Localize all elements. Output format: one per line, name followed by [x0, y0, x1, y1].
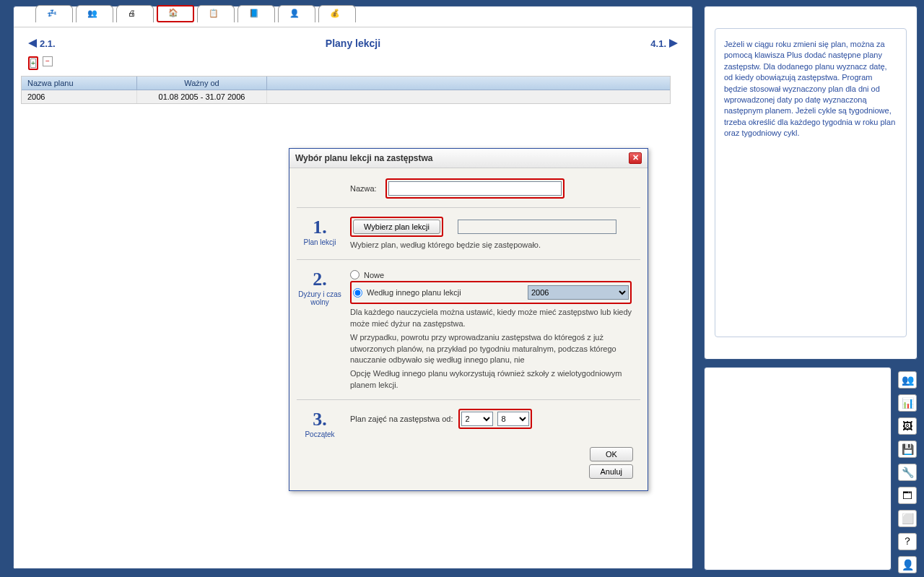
- step1-label: Plan lekcji: [297, 238, 343, 246]
- side-chart-icon[interactable]: 📊: [898, 394, 917, 412]
- name-input[interactable]: [388, 181, 562, 196]
- choose-plan-button[interactable]: Wybierz plan lekcji: [353, 220, 440, 234]
- th-valid: Ważny od: [137, 77, 267, 90]
- nav-next[interactable]: 4.1.: [650, 38, 678, 49]
- arrow-left-icon: [28, 39, 37, 48]
- td-valid: 01.08 2005 - 31.07 2006: [137, 90, 267, 103]
- remove-button[interactable]: −: [43, 56, 53, 66]
- desk-icon: 📋: [209, 9, 223, 20]
- nav-row: 2.1. Plany lekcji 4.1.: [21, 35, 685, 52]
- tab-3[interactable]: 🖨: [116, 5, 154, 22]
- dialog-footer2: Anuluj: [297, 464, 640, 482]
- page-title: Plany lekcji: [326, 38, 380, 49]
- tab-7[interactable]: 👤: [278, 5, 315, 22]
- radio-other-plan[interactable]: [353, 288, 362, 298]
- step2-num: 2.: [297, 269, 343, 290]
- step2-label: Dyżury i czas wolny: [297, 290, 343, 306]
- table-header: Nazwa planu Ważny od: [22, 77, 670, 90]
- side-tools-icon[interactable]: 🔧: [898, 464, 917, 481]
- side-image-icon[interactable]: 🖼: [898, 417, 917, 435]
- radio-new-row[interactable]: Nowe: [350, 269, 640, 281]
- person-icon: 👤: [289, 9, 304, 20]
- table-row[interactable]: 2006 01.08 2005 - 31.07 2006: [22, 90, 670, 103]
- side-help-icon[interactable]: ？: [898, 533, 917, 550]
- coins-icon: 💰: [330, 9, 344, 20]
- name-label: Nazwa:: [350, 184, 377, 193]
- plan-select[interactable]: 2006: [528, 285, 629, 300]
- date-highlight: 2 8: [458, 409, 532, 429]
- dialog-title-text: Wybór planu lekcji na zastępstwa: [295, 153, 433, 163]
- preview-panel: [704, 367, 892, 571]
- step3-row: 3. Początek Plan zajęć na zastępstwa od:…: [297, 404, 640, 443]
- name-row: Nazwa:: [297, 174, 640, 203]
- tab-5[interactable]: 📋: [197, 5, 235, 22]
- help-panel-inner: Jeżeli w ciągu roku zmieni się plan, moż…: [715, 28, 907, 337]
- side-exit-icon[interactable]: 👤: [898, 556, 917, 573]
- step2-row: 2. Dyżury i czas wolny Nowe Według inneg…: [297, 264, 640, 395]
- step1-desc: Wybierz plan, według którego będzie się …: [350, 240, 640, 251]
- tab-6[interactable]: 📘: [237, 5, 275, 22]
- ok-button[interactable]: OK: [590, 447, 633, 461]
- nav-next-label: 4.1.: [650, 38, 666, 49]
- plans-table: Nazwa planu Ważny od 2006 01.08 2005 - 3…: [21, 76, 671, 104]
- step3-prompt: Plan zajęć na zastępstwa od:: [350, 415, 453, 423]
- choose-highlight: Wybierz plan lekcji: [350, 217, 443, 237]
- side-save-icon[interactable]: 💾: [898, 441, 917, 458]
- dialog-footer: OK: [297, 443, 640, 464]
- sleep-icon: 💤: [47, 9, 61, 20]
- small-button-row: + −: [21, 55, 685, 71]
- chosen-plan-display: [458, 220, 616, 234]
- side-blank-icon[interactable]: ⬜: [898, 510, 917, 527]
- day-select[interactable]: 2: [461, 412, 493, 426]
- name-highlight: [385, 178, 565, 199]
- close-icon[interactable]: ✕: [629, 152, 642, 164]
- dialog: Wybór planu lekcji na zastępstwa ✕ Nazwa…: [289, 148, 648, 491]
- nav-prev[interactable]: 2.1.: [28, 38, 56, 49]
- side-people-icon[interactable]: 👥: [898, 371, 917, 389]
- radio-plan-row[interactable]: Według innego planu lekcji 2006: [353, 284, 629, 301]
- printer-icon: 🖨: [128, 9, 142, 20]
- step1-num: 1.: [297, 217, 343, 238]
- step2-desc1: Dla każdego nauczyciela można ustawić, k…: [350, 307, 640, 329]
- radio-new-label: Nowe: [364, 271, 384, 279]
- help-panel: Jeżeli w ciągu roku zmieni się plan, moż…: [704, 6, 918, 360]
- tab-4-active[interactable]: 🏠: [157, 5, 194, 22]
- step2-desc2: W przypadku, powrotu przy wprowadzaniu z…: [350, 332, 640, 365]
- people-icon: 👥: [87, 9, 102, 20]
- step3-label: Początek: [297, 430, 343, 438]
- cancel-button[interactable]: Anuluj: [589, 464, 633, 479]
- book-icon: 📘: [249, 9, 263, 20]
- step3-num: 3.: [297, 409, 343, 430]
- radio-plan-highlight: Według innego planu lekcji 2006: [350, 281, 632, 304]
- dialog-titlebar[interactable]: Wybór planu lekcji na zastępstwa ✕: [289, 149, 648, 168]
- side-window-icon[interactable]: 🗔: [898, 487, 917, 504]
- help-text: Jeżeli w ciągu roku zmieni się plan, moż…: [724, 39, 897, 139]
- month-select[interactable]: 8: [497, 412, 529, 426]
- dialog-body: Nazwa: 1. Plan lekcji Wybierz plan lekcj…: [289, 168, 648, 490]
- add-highlight: +: [28, 56, 38, 70]
- add-button[interactable]: +: [30, 58, 36, 68]
- tab-strip: 💤 👥 🖨 🏠 📋 📘 👤 💰: [35, 5, 356, 22]
- th-name: Nazwa planu: [22, 77, 137, 90]
- tab-8[interactable]: 💰: [318, 5, 356, 22]
- radio-plan-label: Według innego planu lekcji: [367, 288, 523, 297]
- td-name: 2006: [22, 90, 137, 103]
- tab-1[interactable]: 💤: [35, 5, 73, 22]
- notify-house-icon: 🏠: [168, 8, 183, 19]
- step2-desc3: Opcję Według innego planu wykorzystują r…: [350, 368, 640, 391]
- step1-row: 1. Plan lekcji Wybierz plan lekcji Wybie…: [297, 212, 640, 255]
- radio-new[interactable]: [350, 270, 359, 279]
- side-toolbar: 👥 📊 🖼 💾 🔧 🗔 ⬜ ？ 👤: [895, 371, 920, 573]
- arrow-right-icon: [669, 39, 678, 48]
- tab-2[interactable]: 👥: [76, 5, 113, 22]
- nav-prev-label: 2.1.: [40, 38, 56, 49]
